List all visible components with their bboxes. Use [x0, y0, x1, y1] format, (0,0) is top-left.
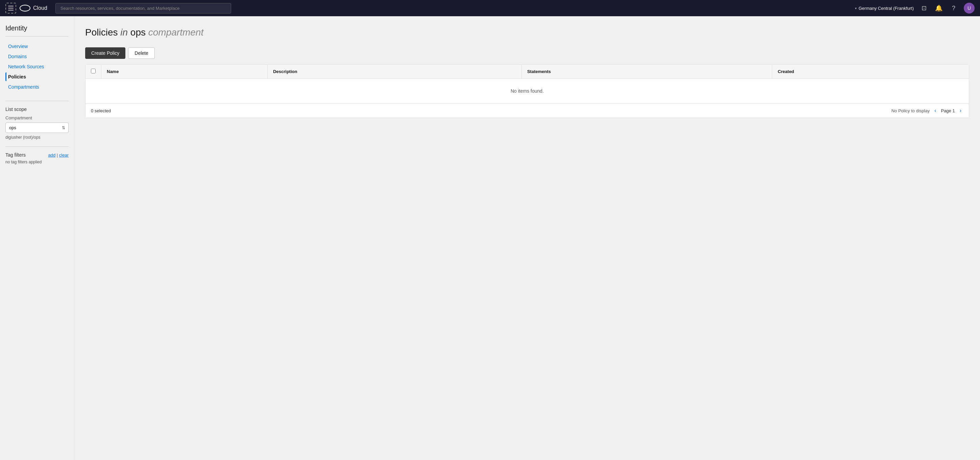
main-content: Policies in ops compartment Create Polic… [74, 16, 980, 460]
page-title: Policies in ops compartment [85, 27, 969, 38]
select-all-checkbox[interactable] [91, 69, 95, 73]
list-scope-divider [5, 101, 68, 101]
empty-row: No items found. [86, 79, 969, 104]
policies-table: Name Description Statements Created No i… [86, 65, 969, 103]
search-input[interactable] [56, 3, 231, 14]
sidebar-nav: Overview Domains Network Sources Policie… [5, 42, 68, 91]
tag-separator: | [57, 153, 59, 158]
sidebar-title: Identity [5, 24, 68, 32]
column-statements: Statements [522, 65, 772, 79]
top-navigation: Cloud ▾ Germany Central (Frankfurt) ⊡ 🔔 … [0, 0, 980, 16]
compartment-path: digiusher (root)/ops [5, 135, 68, 140]
table-footer: 0 selected No Policy to display ‹ Page 1… [86, 103, 969, 118]
policies-table-container: Name Description Statements Created No i… [85, 64, 969, 118]
page-title-in: in [120, 27, 128, 38]
pagination-next-button[interactable]: › [958, 107, 963, 114]
sidebar-item-domains[interactable]: Domains [5, 52, 68, 61]
page-title-suffix: compartment [148, 27, 204, 38]
sidebar-item-overview[interactable]: Overview [5, 42, 68, 51]
tag-clear-link[interactable]: clear [59, 153, 68, 158]
screen-icon[interactable]: ⊡ [919, 5, 929, 12]
logo-text: Cloud [33, 5, 47, 11]
page-title-prefix: Policies [85, 27, 118, 38]
no-policy-label: No Policy to display [891, 108, 930, 113]
sidebar-item-compartments[interactable]: Compartments [5, 83, 68, 91]
compartment-selector[interactable]: ops ⇅ [5, 123, 68, 133]
region-label: Germany Central (Frankfurt) [859, 6, 914, 11]
delete-button[interactable]: Delete [128, 47, 154, 59]
bell-icon[interactable]: 🔔 [934, 5, 943, 12]
empty-message: No items found. [86, 79, 969, 104]
create-policy-button[interactable]: Create Policy [85, 47, 126, 59]
sidebar-item-network-sources[interactable]: Network Sources [5, 62, 68, 71]
page-title-compartment: ops [130, 27, 146, 38]
compartment-label: Compartment [5, 115, 68, 120]
sidebar: Identity Overview Domains Network Source… [0, 16, 74, 460]
tag-filter-actions: add | clear [48, 153, 68, 158]
main-layout: Identity Overview Domains Network Source… [0, 16, 980, 460]
sidebar-divider [5, 36, 68, 37]
column-name: Name [101, 65, 268, 79]
no-filters-label: no tag filters applied [5, 160, 68, 165]
selected-count: 0 selected [91, 108, 111, 113]
tag-add-link[interactable]: add [48, 153, 56, 158]
logo[interactable]: Cloud [20, 5, 47, 11]
column-created: Created [772, 65, 969, 79]
help-icon[interactable]: ? [949, 5, 958, 12]
compartment-select[interactable]: ops [5, 123, 68, 133]
tag-filters-row: Tag filters add | clear [5, 152, 68, 158]
tag-filters-title: Tag filters [5, 152, 26, 158]
avatar[interactable]: U [964, 3, 975, 14]
logo-icon [20, 5, 30, 11]
column-description: Description [268, 65, 522, 79]
list-scope-title: List scope [5, 107, 68, 112]
toolbar: Create Policy Delete [85, 47, 969, 59]
page-label: Page 1 [941, 108, 955, 113]
avatar-initials: U [967, 5, 971, 11]
pagination-prev-button[interactable]: ‹ [932, 107, 938, 114]
sidebar-item-policies[interactable]: Policies [5, 72, 68, 81]
nav-right-actions: ▾ Germany Central (Frankfurt) ⊡ 🔔 ? U [855, 3, 975, 14]
select-all-header[interactable] [86, 65, 101, 79]
region-caret-icon: ▾ [855, 6, 857, 10]
pagination: No Policy to display ‹ Page 1 › [891, 107, 963, 114]
hamburger-menu[interactable] [5, 3, 16, 14]
search-bar[interactable] [56, 3, 231, 14]
region-selector[interactable]: ▾ Germany Central (Frankfurt) [855, 6, 914, 11]
